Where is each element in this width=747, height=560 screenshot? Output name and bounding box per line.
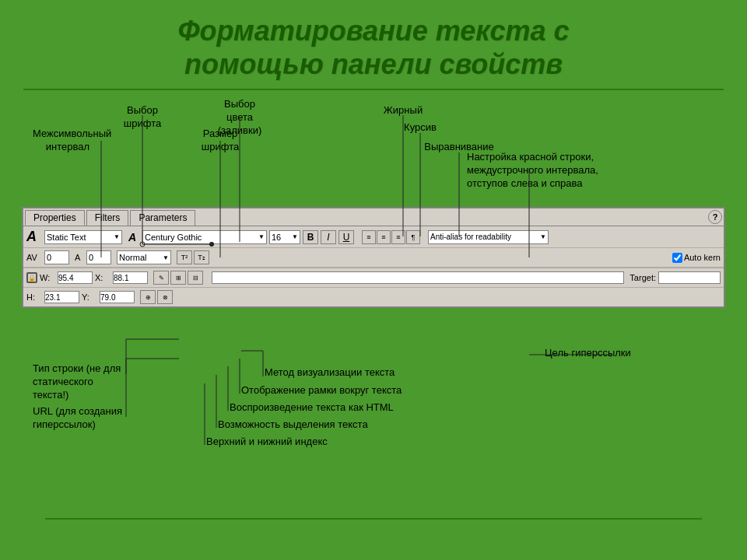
label-url: URL (для созданиягиперссылок) xyxy=(33,405,126,432)
autokern-checkbox[interactable] xyxy=(672,253,682,263)
h-input[interactable] xyxy=(44,291,79,303)
bold-button[interactable]: B xyxy=(303,230,318,244)
panel-row-3: H: Y: ⊕ ⊗ xyxy=(23,288,724,306)
panel-row-1b: AV A Normal ▼ T² T₂ Auto kern xyxy=(23,248,724,268)
label-html-render: Воспроизведение текста как HTML xyxy=(230,401,401,415)
panel-row-2: 🔒 W: X: ✎ ⊞ ⊟ Target: xyxy=(23,268,724,288)
misc-btn-2[interactable]: ⊗ xyxy=(157,290,173,304)
target-input[interactable] xyxy=(658,271,721,284)
superscript-button[interactable]: T² xyxy=(177,250,192,264)
antialias-dropdown[interactable]: Anti-alias for readability ▼ xyxy=(428,230,549,244)
label-bold: Жирный xyxy=(380,104,426,117)
text-icon-a: A xyxy=(26,229,42,245)
w-input[interactable] xyxy=(58,271,93,284)
misc-btn-1[interactable]: ⊕ xyxy=(140,290,156,304)
type-dropdown[interactable]: Static Text ▼ xyxy=(44,230,122,244)
subscript-button[interactable]: T₂ xyxy=(194,250,209,264)
underline-button[interactable]: U xyxy=(338,230,354,244)
label-hyperlink-target: Цель гиперссылки xyxy=(545,347,669,360)
w-label: W: xyxy=(40,273,55,282)
top-divider xyxy=(23,89,724,90)
label-text-viz: Метод визуализации текста xyxy=(265,366,420,380)
font-size-dropdown[interactable]: 16 ▼ xyxy=(269,230,300,244)
tracking-input[interactable] xyxy=(44,250,69,264)
y-label: Y: xyxy=(82,292,97,302)
tab-parameters[interactable]: Parameters xyxy=(130,210,195,226)
help-button[interactable]: ? xyxy=(708,210,722,224)
panel-row-1: A Static Text ▼ A Century Gothic ▼ 16 ▼ … xyxy=(23,226,724,248)
align-justify-button[interactable]: ¶ xyxy=(406,230,420,244)
y-input[interactable] xyxy=(100,291,135,303)
lock-icon: 🔒 xyxy=(26,272,37,283)
spacing-icon: AV xyxy=(26,253,42,262)
type-dropdown-arrow: ▼ xyxy=(114,233,120,240)
target-label: Target: xyxy=(630,273,656,282)
antialias-arrow: ▼ xyxy=(540,233,546,240)
label-selectable: Возможность выделения текста xyxy=(218,418,389,432)
connector-lines xyxy=(0,98,747,534)
panel-tabs: Properties Filters Parameters ? xyxy=(23,208,724,226)
align-center-button[interactable]: ≡ xyxy=(377,230,391,244)
page-title: Форматирование текста с помощью панели с… xyxy=(0,0,747,89)
bottom-divider xyxy=(45,518,702,520)
edit-btn-2[interactable]: ⊞ xyxy=(170,271,186,285)
align-right-button[interactable]: ≡ xyxy=(391,230,405,244)
label-font-select: Выборшрифта xyxy=(115,104,170,131)
kerning-label: A xyxy=(75,253,84,262)
h-label: H: xyxy=(26,292,42,302)
tab-properties[interactable]: Properties xyxy=(25,210,85,226)
tab-filters[interactable]: Filters xyxy=(86,210,129,226)
label-border: Отображение рамки вокруг текста xyxy=(241,384,412,397)
font-style-arrow: ▼ xyxy=(163,254,169,261)
font-name-arrow: ▼ xyxy=(258,233,265,240)
kerning-input[interactable] xyxy=(86,250,111,264)
url-input[interactable] xyxy=(212,271,624,284)
main-area: Выборшрифта Выборцвета(заливки) Жирный К… xyxy=(0,98,747,534)
font-size-arrow: ▼ xyxy=(292,233,298,240)
label-tracking: Межсимвольныйинтервал xyxy=(33,128,103,154)
autokern-group: Auto kern xyxy=(672,253,721,263)
label-indent-settings: Настройка красной строки,междустрочного … xyxy=(467,151,622,191)
x-input[interactable] xyxy=(113,271,148,284)
font-name-dropdown[interactable]: Century Gothic ▼ xyxy=(142,230,267,244)
font-style-dropdown[interactable]: Normal ▼ xyxy=(117,250,171,264)
x-label: X: xyxy=(95,273,110,282)
italic-button[interactable]: I xyxy=(321,230,336,244)
properties-panel: Properties Filters Parameters ? A Static… xyxy=(22,207,725,308)
label-font-size: Размершрифта xyxy=(193,128,247,154)
label-superscript: Верхний и нижний индекс xyxy=(206,436,377,449)
edit-btn-1[interactable]: ✎ xyxy=(153,271,169,285)
edit-btn-3[interactable]: ⊟ xyxy=(188,271,203,285)
align-icons-group: ≡ ≡ ≡ ¶ xyxy=(362,230,420,244)
label-line-type: Тип строки (не длястатического текста!) xyxy=(33,362,126,402)
font-preview-a: A xyxy=(124,231,140,243)
label-italic: Курсив xyxy=(397,121,444,135)
align-left-button[interactable]: ≡ xyxy=(362,230,376,244)
